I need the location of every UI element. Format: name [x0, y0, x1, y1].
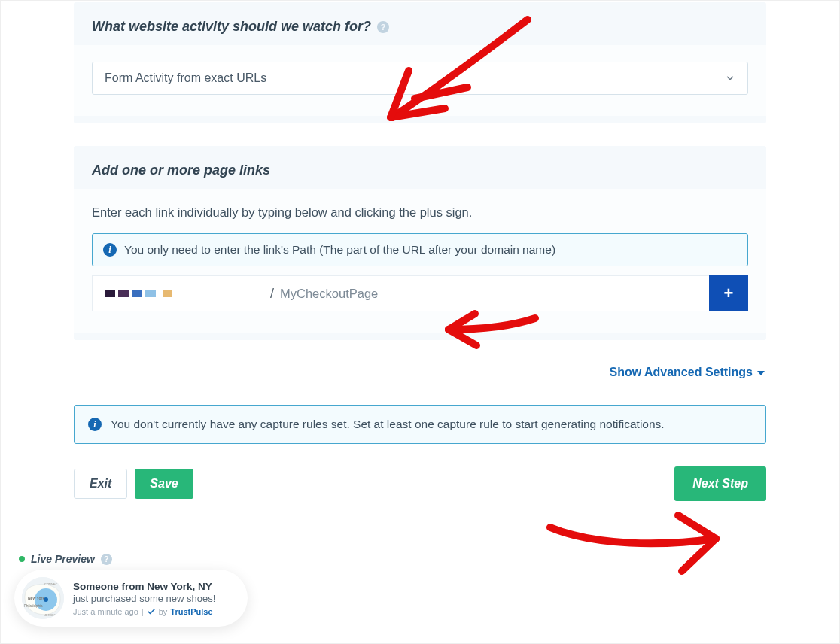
status-dot-icon: [19, 556, 25, 562]
no-rules-warning: i You don't currently have any capture r…: [74, 405, 766, 444]
link-input-row: / +: [92, 275, 748, 311]
show-advanced-link[interactable]: Show Advanced Settings: [609, 366, 765, 379]
activity-panel: What website activity should we watch fo…: [74, 2, 766, 123]
save-button[interactable]: Save: [135, 469, 193, 499]
help-icon[interactable]: ?: [377, 21, 389, 33]
map-thumbnail-icon: New York Philadelphia CONNEC JERSEY: [22, 577, 64, 619]
exit-button[interactable]: Exit: [74, 469, 127, 499]
live-preview: Live Preview ? New York Philadelphia CON…: [14, 553, 248, 627]
svg-text:Philadelphia: Philadelphia: [24, 604, 43, 608]
add-link-button[interactable]: +: [709, 275, 748, 311]
svg-text:New York: New York: [28, 596, 45, 600]
site-chip: [105, 290, 180, 297]
path-input[interactable]: [280, 287, 697, 301]
svg-text:CONNEC: CONNEC: [44, 582, 57, 586]
preview-by: by: [159, 607, 168, 616]
activity-select[interactable]: Form Activity from exact URLs: [92, 62, 748, 95]
activity-select-value: Form Activity from exact URLs: [105, 71, 266, 85]
preview-subtitle: just purchased some new shoes!: [73, 593, 236, 604]
preview-card[interactable]: New York Philadelphia CONNEC JERSEY Some…: [14, 570, 248, 627]
preview-time: Just a minute ago: [73, 607, 138, 616]
svg-text:JERSEY: JERSEY: [44, 613, 56, 617]
annotation-arrow-3: [543, 505, 731, 598]
preview-title: Someone from New York, NY: [73, 581, 236, 592]
path-info-text: You only need to enter the link's Path (…: [124, 243, 555, 257]
verified-check-icon: [147, 607, 156, 616]
no-rules-warning-text: You don't currently have any capture rul…: [111, 418, 665, 431]
plus-icon: +: [724, 284, 734, 303]
path-slash: /: [180, 286, 280, 302]
links-hint: Enter each link individually by typing b…: [92, 205, 748, 220]
preview-meta: Just a minute ago | by TrustPulse: [73, 607, 236, 616]
path-info-box: i You only need to enter the link's Path…: [92, 233, 748, 266]
next-step-button[interactable]: Next Step: [674, 466, 766, 501]
live-preview-label: Live Preview: [31, 553, 95, 565]
links-panel-title: Add one or more page links: [92, 163, 270, 178]
chevron-down-icon: [725, 73, 735, 84]
info-icon: i: [88, 418, 102, 431]
preview-brand: TrustPulse: [170, 607, 212, 616]
link-input-wrap: /: [92, 275, 709, 311]
help-icon[interactable]: ?: [101, 554, 112, 565]
links-panel: Add one or more page links Enter each li…: [74, 146, 766, 340]
activity-panel-title: What website activity should we watch fo…: [92, 19, 371, 35]
show-advanced-label: Show Advanced Settings: [609, 366, 753, 379]
info-icon: i: [103, 243, 117, 257]
action-bar: Exit Save Next Step: [74, 466, 766, 501]
caret-down-icon: [757, 371, 765, 375]
